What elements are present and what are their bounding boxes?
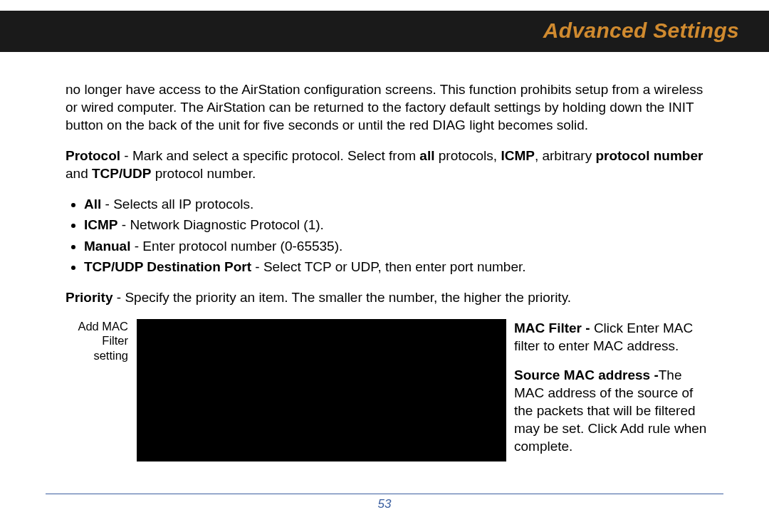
protocol-paragraph: Protocol - Mark and select a specific pr… <box>66 147 709 182</box>
caption-l2: Filter <box>102 334 128 347</box>
protocol-bullets: All - Selects all IP protocols. ICMP - N… <box>66 195 709 275</box>
list-item: ICMP - Network Diagnostic Protocol (1). <box>84 216 709 234</box>
mac-filter-label: MAC Filter - <box>514 320 594 335</box>
page-title: Advanced Settings <box>543 19 739 43</box>
protocol-b1: all <box>419 148 434 163</box>
mac-filter-side-text: MAC Filter - Click Enter MAC filter to e… <box>514 319 713 467</box>
list-item: TCP/UDP Destination Port - Select TCP or… <box>84 258 709 276</box>
bullet-text: - Enter protocol number (0-65535). <box>130 239 342 254</box>
bullet-text: - Select TCP or UDP, then enter port num… <box>251 259 525 274</box>
protocol-sep: - <box>120 148 132 163</box>
protocol-b3: protocol number <box>595 148 703 163</box>
intro-paragraph: no longer have access to the AirStation … <box>66 80 709 134</box>
bullet-label: ICMP <box>84 217 118 232</box>
protocol-t2: protocols, <box>434 148 501 163</box>
mac-filter-block: Add MAC Filter setting MAC Filter - Clic… <box>66 319 709 469</box>
priority-label: Priority <box>66 290 113 305</box>
protocol-b4: TCP/UDP <box>92 166 151 181</box>
priority-paragraph: Priority - Specify the priority an item.… <box>66 288 709 306</box>
protocol-t1: Mark and select a specific protocol. Sel… <box>132 148 419 163</box>
bullet-text: - Selects all IP protocols. <box>101 197 253 212</box>
protocol-b2: ICMP <box>501 148 535 163</box>
protocol-t4: and <box>66 166 92 181</box>
caption-l1: Add MAC <box>78 320 128 333</box>
bullet-label: TCP/UDP Destination Port <box>84 259 251 274</box>
caption-l3: setting <box>93 349 128 362</box>
priority-text: - Specify the priority an item. The smal… <box>113 290 571 305</box>
body-content: no longer have access to the AirStation … <box>66 80 709 469</box>
mac-filter-paragraph: MAC Filter - Click Enter MAC filter to e… <box>514 319 713 355</box>
bullet-label: All <box>84 197 101 212</box>
source-mac-paragraph: Source MAC address -The MAC address of t… <box>514 366 713 455</box>
page-footer: 53 <box>46 494 723 511</box>
list-item: Manual - Enter protocol number (0-65535)… <box>84 237 709 255</box>
mac-filter-figure <box>137 319 506 461</box>
bullet-label: Manual <box>84 239 130 254</box>
protocol-t5: protocol number. <box>151 166 256 181</box>
source-mac-label: Source MAC address - <box>514 367 659 382</box>
figure-caption: Add MAC Filter setting <box>66 319 128 363</box>
protocol-label: Protocol <box>66 148 120 163</box>
protocol-t3: , arbitrary <box>535 148 596 163</box>
page-number: 53 <box>378 497 392 511</box>
list-item: All - Selects all IP protocols. <box>84 195 709 213</box>
bullet-text: - Network Diagnostic Protocol (1). <box>118 217 324 232</box>
